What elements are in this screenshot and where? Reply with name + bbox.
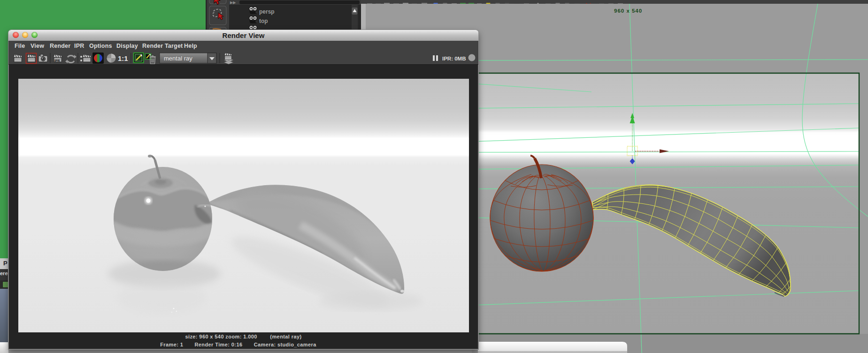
svg-text:top: top	[259, 18, 268, 24]
svg-text:IPR: 0MB: IPR: 0MB	[442, 56, 466, 61]
svg-text:960 x 540: 960 x 540	[614, 8, 642, 14]
svg-text:persp: persp	[259, 8, 275, 15]
svg-text:IPR: IPR	[54, 59, 60, 62]
svg-text:mental ray: mental ray	[164, 55, 192, 62]
svg-text:1:1: 1:1	[118, 54, 128, 62]
